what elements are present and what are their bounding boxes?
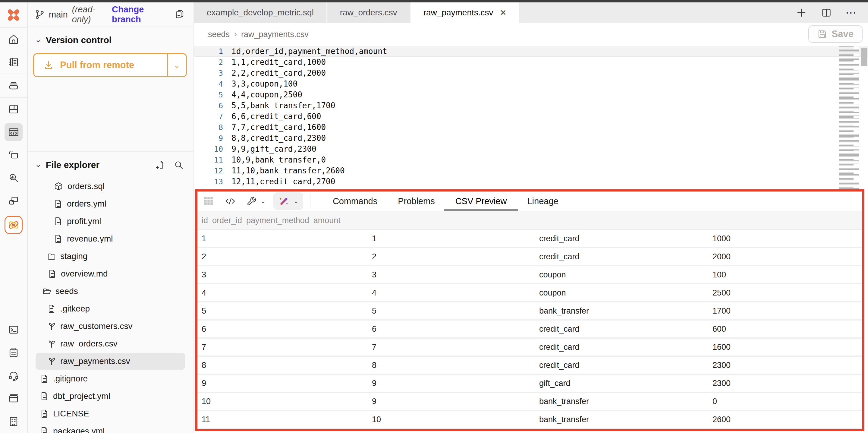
document-icon <box>48 269 57 278</box>
chevron-right-icon: › <box>234 29 237 39</box>
file-item[interactable]: packages.yml <box>36 423 185 433</box>
pull-from-remote-button[interactable]: Pull from remote ⌄ <box>33 53 187 77</box>
line-number: 13 <box>194 177 223 186</box>
file-item[interactable]: orders.sql <box>36 178 185 195</box>
code-line: 11 10,9,bank_transfer,0 <box>194 154 868 165</box>
new-file-icon[interactable] <box>155 160 165 170</box>
file-name: staging <box>60 252 87 261</box>
line-number: 6 <box>194 101 223 110</box>
build-tools-dropdown[interactable]: ⌄ <box>246 195 266 207</box>
file-item[interactable]: LICENSE <box>36 405 185 422</box>
bottom-panel-tab[interactable]: CSV Preview <box>445 192 517 211</box>
split-editor-icon[interactable] <box>821 7 832 19</box>
file-explorer-header[interactable]: ⌄ File explorer <box>28 152 193 173</box>
more-options-icon[interactable]: ⋯ <box>845 6 857 19</box>
code-line: 4 3,3,coupon,100 <box>194 78 868 89</box>
file-item[interactable]: seeds <box>36 283 185 300</box>
code-line: 10 9,9,gift_card,2300 <box>194 144 868 154</box>
code-editor[interactable]: 1 id,order_id,payment_method,amount 2 1,… <box>194 46 868 187</box>
cell-order-id: 7 <box>368 343 535 352</box>
headset-icon[interactable] <box>4 367 23 385</box>
line-text: id,order_id,payment_method,amount <box>231 47 387 56</box>
editor-tab-label: raw_payments.csv <box>424 8 493 18</box>
seed-icon <box>47 339 56 348</box>
clipboard-icon[interactable] <box>4 344 23 362</box>
seed-icon <box>47 322 56 331</box>
seed-icon <box>47 357 56 366</box>
notebook-icon[interactable] <box>4 53 23 71</box>
stack-icon[interactable] <box>4 77 23 95</box>
folder-open-icon <box>42 287 51 296</box>
save-floppy-icon <box>817 29 827 39</box>
cell-payment-method: credit_card <box>535 234 708 243</box>
cell-amount: 1600 <box>708 343 862 352</box>
file-item[interactable]: raw_customers.csv <box>36 318 185 335</box>
bottom-panel-tab[interactable]: Problems <box>388 192 445 211</box>
magic-wand-icon <box>278 195 290 207</box>
cell-id: 5 <box>197 306 368 316</box>
frame-select-icon[interactable] <box>4 146 23 164</box>
bottom-panel-tab[interactable]: Commands <box>322 192 388 211</box>
code-slash-icon[interactable] <box>224 195 237 207</box>
bottom-panel-toolbar: ⌄ ⌄ Commands <box>197 192 862 211</box>
editor-tab[interactable]: raw_payments.csv ✕ <box>411 2 519 23</box>
file-item[interactable]: .gitkeep <box>36 300 185 317</box>
file-item[interactable]: raw_payments.csv <box>36 353 185 370</box>
breadcrumb-folder[interactable]: seeds <box>208 30 230 39</box>
cell-payment-method: credit_card <box>535 324 708 334</box>
pull-dropdown-caret[interactable]: ⌄ <box>168 54 186 76</box>
file-item[interactable]: dbt_project.yml <box>36 388 185 405</box>
editor-tab[interactable]: raw_orders.csv <box>327 2 411 23</box>
browser-icon[interactable] <box>4 389 23 408</box>
line-text: 12,11,credit_card,2700 <box>231 177 335 186</box>
breadcrumb-file[interactable]: raw_payments.csv <box>241 30 309 39</box>
file-list: orders.sql orders.yml <box>28 173 193 433</box>
cell-order-id: 8 <box>368 360 535 370</box>
search-icon[interactable] <box>174 160 184 170</box>
copy-branch-icon[interactable] <box>174 9 185 20</box>
line-text: 1,1,credit_card,1000 <box>231 58 326 67</box>
cell-payment-method: bank_transfer <box>535 306 708 316</box>
code-line: 6 5,5,bank_transfer,1700 <box>194 100 868 111</box>
file-item[interactable]: .gitignore <box>36 370 185 387</box>
terminal-icon[interactable] <box>4 321 23 339</box>
organization-icon[interactable] <box>4 412 23 431</box>
line-text: 3,3,coupon,100 <box>231 79 298 88</box>
editor-scrollbar-thumb[interactable] <box>861 48 867 66</box>
table-row: 5 5 bank_transfer 1700 <box>197 302 862 320</box>
close-icon[interactable]: ✕ <box>500 8 507 18</box>
home-icon[interactable] <box>4 30 23 48</box>
code-editor-icon[interactable] <box>4 123 23 141</box>
file-item[interactable]: revenue.yml <box>36 230 185 247</box>
change-branch-link[interactable]: Change branch <box>112 4 166 24</box>
ai-assist-dropdown[interactable]: ⌄ <box>273 192 303 210</box>
bottom-panel-tab[interactable]: Lineage <box>517 192 568 211</box>
file-item[interactable]: raw_orders.csv <box>36 335 185 352</box>
save-button[interactable]: Save <box>808 25 863 43</box>
cell-amount: 0 <box>708 397 862 406</box>
version-control-header[interactable]: ⌄ Version control <box>28 27 193 48</box>
atom-icon[interactable] <box>4 216 23 234</box>
minimap[interactable] <box>839 47 859 190</box>
file-item[interactable]: overview.md <box>36 265 185 282</box>
line-number: 8 <box>194 123 223 132</box>
file-item[interactable]: staging <box>36 248 185 265</box>
search-analytics-icon[interactable] <box>4 169 23 187</box>
chevron-down-icon: ⌄ <box>35 160 41 169</box>
column-header: order_id <box>208 216 242 225</box>
bottom-panel-tabs: Commands Problems CSV Preview Lineage <box>322 192 569 211</box>
file-name: revenue.yml <box>67 234 113 243</box>
new-tab-icon[interactable] <box>795 7 807 19</box>
table-body: 1 1 credit_card 1000 2 2 credit_card 200… <box>197 230 862 429</box>
table-grid-icon[interactable] <box>202 195 215 207</box>
windows-icon[interactable] <box>4 192 23 210</box>
file-item[interactable]: orders.yml <box>36 195 185 212</box>
file-item[interactable]: profit.yml <box>36 213 185 230</box>
bottom-panel-tab-label: Commands <box>333 196 377 206</box>
file-name: seeds <box>56 286 78 296</box>
dashboard-icon[interactable] <box>4 100 23 118</box>
bottom-panel-tab-label: Problems <box>398 196 435 206</box>
cell-id: 11 <box>197 415 368 424</box>
cell-id: 6 <box>197 324 368 334</box>
editor-tab[interactable]: example_develop_metric.sql <box>194 2 327 23</box>
